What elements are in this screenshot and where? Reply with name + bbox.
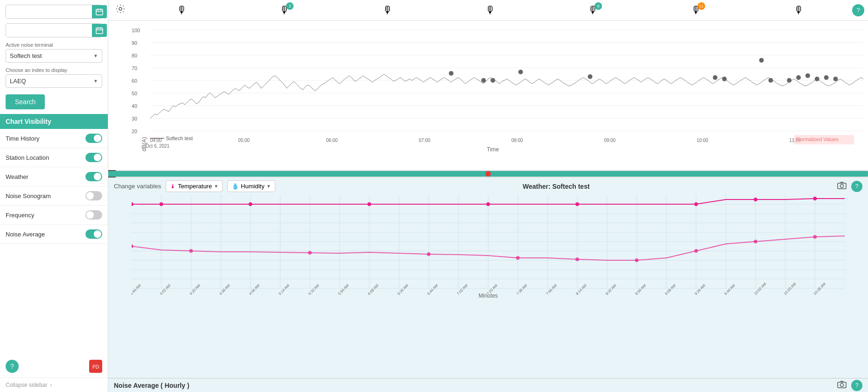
range-center-handle[interactable] [485, 171, 491, 177]
toolbar-help-button[interactable]: ? [852, 4, 864, 16]
svg-text:8:14 AM: 8:14 AM [575, 283, 588, 296]
toggle-row-noise-sonogram: Noise Sonogram [0, 186, 108, 206]
svg-point-44 [713, 75, 717, 80]
svg-rect-4 [96, 28, 103, 34]
mic-station-6[interactable]: 🎙 11 [691, 4, 701, 16]
svg-point-40 [481, 78, 486, 83]
collapse-sidebar-button[interactable]: Collapse sidebar ‹ [0, 378, 108, 392]
svg-text:40: 40 [132, 103, 137, 109]
humidity-label: Humidity [241, 183, 265, 190]
svg-text:4:38 AM: 4:38 AM [218, 283, 231, 296]
toggle-noise-average[interactable] [85, 229, 102, 239]
mic-station-1[interactable]: 🎙 [177, 4, 187, 16]
svg-rect-0 [96, 9, 103, 15]
temperature-dropdown-button[interactable]: 🌡 Temperature ▼ [166, 180, 223, 192]
svg-text:10:02 AM: 10:02 AM [753, 282, 767, 296]
pdf-button[interactable]: PDF [89, 360, 102, 373]
svg-text:9:08 AM: 9:08 AM [664, 283, 677, 296]
weather-chart: Change variables 🌡 Temperature ▼ 💧 Humid… [108, 178, 868, 378]
active-noise-select[interactable]: Softech test [6, 50, 90, 62]
svg-text:5:32 AM: 5:32 AM [308, 283, 320, 296]
toggle-row-time-history: Time History [0, 129, 108, 148]
noise-avg-help-button[interactable]: ? [851, 380, 862, 391]
date-end-input[interactable]: 10-07-2021 [6, 24, 92, 37]
noise-avg-bar: Noise Average ( Hourly ) ? [108, 378, 868, 392]
svg-text:4:20 AM: 4:20 AM [189, 283, 201, 296]
toggle-noise-sonogram[interactable] [85, 191, 102, 200]
mic-badge-2: 2 [286, 2, 294, 10]
noise-avg-camera-button[interactable] [837, 381, 847, 390]
settings-gear-button[interactable] [112, 2, 129, 18]
sidebar-top: 10-01-2021 10-07-2021 [0, 0, 108, 114]
date-end-row: 10-07-2021 [6, 23, 102, 37]
date-end-calendar-button[interactable] [92, 24, 107, 37]
svg-point-41 [490, 78, 495, 83]
weather-help-button[interactable]: ? [851, 181, 862, 192]
humidity-dropdown-button[interactable]: 💧 Humidity ▼ [227, 180, 275, 192]
temperature-dropdown-arrow-icon: ▼ [214, 184, 218, 189]
toggle-row-weather: Weather [0, 167, 108, 186]
svg-text:70: 70 [132, 65, 137, 71]
search-button[interactable]: Search [6, 94, 45, 109]
active-noise-select-row: Softech test ▼ [6, 49, 102, 63]
mic-station-7[interactable]: 🎙 [794, 4, 804, 16]
active-noise-arrow-icon: ▼ [90, 50, 102, 61]
weather-camera-button[interactable] [837, 182, 847, 191]
mic-station-3[interactable]: 🎙 [383, 4, 393, 16]
mic-icon-2: 🎙 2 [280, 4, 290, 16]
svg-point-51 [815, 77, 819, 81]
svg-point-106 [427, 252, 431, 256]
svg-text:7:38 AM: 7:38 AM [516, 283, 528, 296]
svg-text:10:38 AM: 10:38 AM [812, 282, 826, 296]
humidity-dropdown-arrow-icon: ▼ [266, 184, 271, 189]
toggle-weather[interactable] [85, 172, 102, 181]
svg-text:7:02 AM: 7:02 AM [456, 283, 469, 296]
svg-point-111 [754, 240, 757, 243]
svg-point-49 [796, 75, 801, 80]
svg-text:07:00: 07:00 [419, 138, 430, 143]
svg-point-100 [694, 202, 698, 206]
toggle-row-noise-average: Noise Average [0, 225, 108, 244]
svg-point-47 [769, 78, 773, 83]
svg-text:8:32 AM: 8:32 AM [605, 283, 617, 296]
toggle-station-location[interactable] [85, 153, 102, 162]
svg-text:6:26 AM: 6:26 AM [397, 283, 409, 296]
svg-text:08:00: 08:00 [511, 138, 523, 143]
mic-station-4[interactable]: 🎙 [485, 4, 496, 16]
mic-station-2[interactable]: 🎙 2 [280, 4, 290, 16]
range-slider-bar [108, 170, 868, 178]
mic-badge-5: 6 [595, 2, 602, 10]
svg-text:50: 50 [132, 91, 137, 96]
mic-station-5[interactable]: 🎙 6 [588, 4, 598, 16]
svg-text:5:14 AM: 5:14 AM [278, 283, 290, 296]
toggle-time-history[interactable] [85, 134, 102, 143]
index-select[interactable]: LAEQ [6, 75, 90, 87]
toggle-label-time-history: Time History [6, 135, 39, 142]
svg-point-52 [824, 75, 829, 80]
change-vars-label: Change variables [114, 183, 161, 190]
top-toolbar: 🎙 🎙 2 🎙 🎙 🎙 6 🎙 11 🎙 [108, 0, 868, 21]
main-content: 🎙 🎙 2 🎙 🎙 🎙 6 🎙 11 🎙 [108, 0, 868, 392]
time-history-svg: 100 90 80 70 60 50 40 30 20 dB(A) [132, 25, 863, 151]
svg-text:6:44 AM: 6:44 AM [427, 283, 439, 296]
date-start-input[interactable]: 10-01-2021 [6, 6, 92, 18]
help-button[interactable]: ? [6, 360, 19, 373]
weather-chart-title: Weather: Softech test [280, 183, 833, 190]
index-label: Choose an index to display [6, 67, 102, 73]
svg-text:60: 60 [132, 78, 137, 84]
svg-point-59 [840, 184, 844, 187]
collapse-sidebar-icon: ‹ [50, 382, 52, 388]
sidebar: 10-01-2021 10-07-2021 [0, 0, 108, 392]
toggle-frequency[interactable] [85, 210, 102, 220]
date-start-calendar-button[interactable] [92, 5, 107, 18]
collapse-sidebar-label: Collapse sidebar [6, 382, 47, 388]
toggle-label-frequency: Frequency [6, 212, 34, 219]
svg-point-103 [132, 244, 133, 248]
svg-point-107 [516, 256, 520, 260]
toggle-label-noise-sonogram: Noise Sonogram [6, 192, 51, 200]
droplet-icon: 💧 [231, 183, 239, 190]
svg-text:4:56 AM: 4:56 AM [248, 283, 261, 296]
svg-point-161 [840, 383, 844, 386]
svg-text:Minutes: Minutes [478, 292, 497, 298]
svg-text:06:00: 06:00 [326, 138, 338, 143]
